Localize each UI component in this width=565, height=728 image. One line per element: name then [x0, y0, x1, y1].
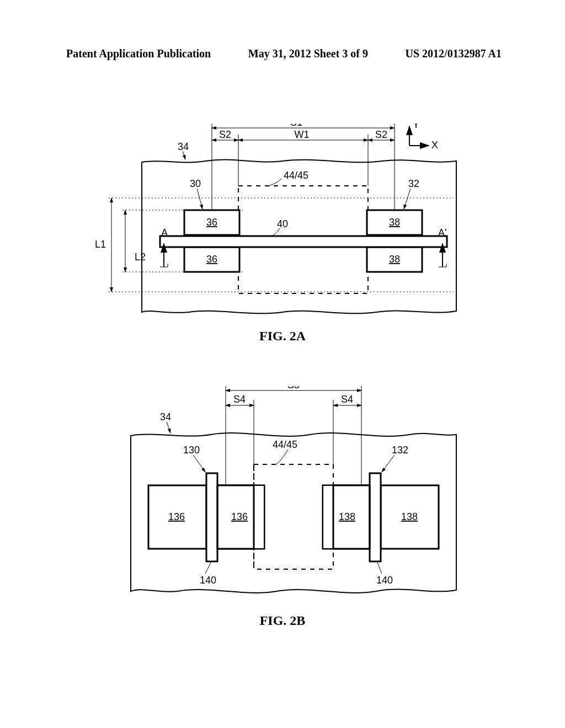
ref-34-label: 34 — [178, 141, 189, 152]
ref-136a-label: 136 — [168, 511, 185, 522]
section-aprime-label: A' — [438, 227, 446, 238]
region-44-45-rect-b — [254, 464, 333, 569]
figure-2a-caption: FIG. 2A — [89, 329, 476, 344]
dim-s2-left-label: S2 — [219, 129, 231, 140]
ref-138b-label: 138 — [401, 511, 418, 522]
ref-40-label: 40 — [277, 218, 288, 229]
ref-140b-label: 140 — [376, 575, 393, 586]
figure-2b: S3 S4 S4 44/45 136 136 140 138 138 140 3… — [89, 386, 476, 623]
dim-s2-right-label: S2 — [375, 129, 387, 140]
header-right-text: US 2012/0132987 A1 — [406, 47, 502, 60]
ref-140a-label: 140 — [200, 575, 216, 586]
dim-s4-right-label: S4 — [341, 394, 353, 405]
axis-x-label: X — [431, 140, 438, 151]
ref-34-label-b: 34 — [160, 411, 171, 422]
gate-40 — [160, 236, 447, 247]
gate-140-right — [370, 473, 381, 561]
dim-s3-label: S3 — [287, 386, 300, 390]
ref-132-label: 132 — [392, 445, 408, 456]
axis-y-label: Y — [413, 124, 419, 130]
figure-2a: S1 S2 W1 S2 Y X 44/45 36 36 38 38 40 L1 … — [89, 124, 476, 339]
dim-s1-label: S1 — [290, 124, 302, 128]
figure-2a-svg: S1 S2 W1 S2 Y X 44/45 36 36 38 38 40 L1 … — [89, 124, 476, 322]
page-header: Patent Application Publication May 31, 2… — [0, 47, 565, 60]
dim-s4-left-label: S4 — [233, 394, 246, 405]
ref-44-45-label: 44/45 — [284, 170, 308, 181]
ref-36b-label: 36 — [206, 254, 217, 265]
gate-140-left — [206, 473, 217, 561]
ref-36a-label: 36 — [206, 217, 217, 228]
ref-44-45-label-b: 44/45 — [273, 439, 297, 450]
dim-l1-label: L1 — [95, 239, 106, 250]
ref-38b-label: 38 — [389, 254, 400, 265]
header-center-text: May 31, 2012 Sheet 3 of 9 — [248, 47, 368, 60]
dim-l2-label: L2 — [135, 251, 146, 263]
section-a-label: A — [161, 227, 168, 238]
figure-2b-svg: S3 S4 S4 44/45 136 136 140 138 138 140 3… — [89, 386, 476, 607]
figure-2b-caption: FIG. 2B — [89, 613, 476, 628]
ref-130-label: 130 — [183, 445, 200, 456]
ref-32-label: 32 — [408, 178, 419, 189]
ref-30-label: 30 — [190, 178, 201, 189]
ref-38a-label: 38 — [389, 217, 400, 228]
header-left-text: Patent Application Publication — [66, 47, 211, 60]
dim-w1-label: W1 — [295, 129, 310, 140]
ref-136b-label: 136 — [231, 511, 248, 522]
ref-138a-label: 138 — [339, 511, 355, 522]
